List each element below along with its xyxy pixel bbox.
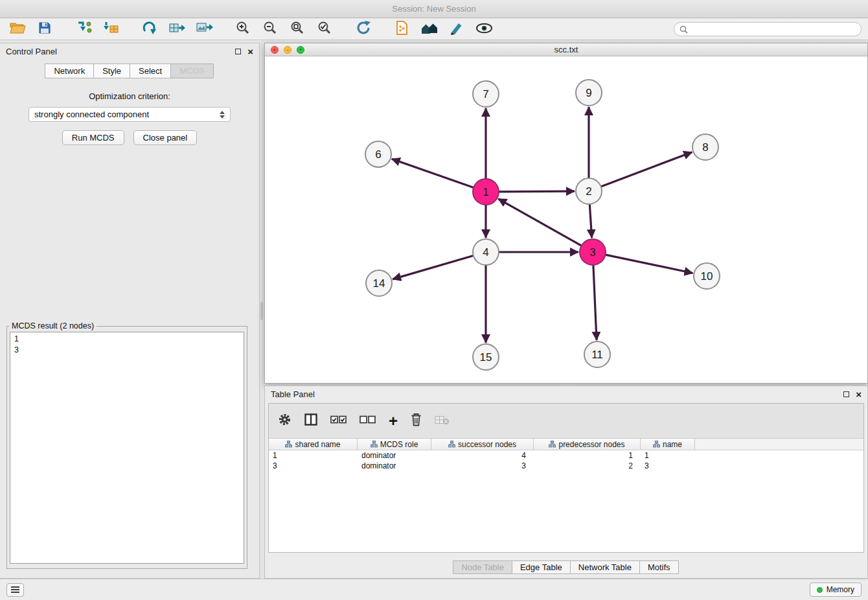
edge-2-3[interactable] (589, 204, 591, 238)
search-box[interactable] (674, 22, 862, 36)
network-canvas[interactable]: 7968124314101511 (265, 56, 867, 383)
memory-label: Memory (827, 585, 854, 594)
cell[interactable]: 2 (534, 461, 641, 471)
graph-node-15[interactable]: 15 (473, 344, 499, 370)
tab-select[interactable]: Select (130, 63, 171, 78)
control-panel-title: Control Panel (6, 47, 57, 56)
delete-table-button-disabled[interactable] (435, 411, 450, 431)
graph-node-4[interactable]: 4 (473, 239, 499, 265)
cell[interactable]: 3 (641, 461, 695, 471)
minimize-window-icon[interactable]: − (284, 46, 291, 54)
column-header-4[interactable]: name (641, 439, 695, 450)
search-input[interactable] (692, 24, 856, 34)
panel-menu-button[interactable] (6, 583, 24, 597)
edge-3-11[interactable] (593, 265, 597, 340)
svg-text:2: 2 (586, 185, 591, 198)
graph-node-3[interactable]: 3 (580, 239, 606, 265)
table-row-1[interactable]: 3dominator323 (269, 461, 863, 471)
zoom-fit-button[interactable] (286, 20, 308, 38)
cell[interactable]: 3 (269, 461, 358, 471)
export-table-button[interactable] (166, 20, 188, 38)
float-panel-icon[interactable] (235, 49, 241, 54)
cell[interactable]: 3 (431, 461, 534, 471)
zoom-out-icon (263, 21, 277, 38)
edge-1-2[interactable] (499, 191, 575, 192)
edge-3-10[interactable] (606, 255, 693, 273)
graph-node-9[interactable]: 9 (576, 80, 602, 106)
cell[interactable]: dominator (358, 461, 431, 471)
edge-2-8[interactable] (601, 152, 692, 187)
column-header-1[interactable]: MCDS role (358, 439, 431, 450)
graph-node-1[interactable]: 1 (473, 179, 499, 205)
close-panel-icon[interactable]: × (247, 47, 253, 56)
select-all-button[interactable] (330, 411, 347, 431)
table-settings-button[interactable] (278, 411, 291, 431)
graph-node-14[interactable]: 14 (366, 270, 392, 296)
tab-network[interactable]: Network (45, 63, 94, 78)
copy-network-button[interactable] (391, 20, 413, 38)
column-header-0[interactable]: shared name (269, 439, 358, 450)
edge-4-14[interactable] (393, 256, 474, 279)
tab-mcds[interactable]: MCDS (170, 63, 213, 78)
memory-button[interactable]: Memory (810, 583, 862, 597)
graph-node-8[interactable]: 8 (692, 134, 718, 160)
graph-node-11[interactable]: 11 (584, 341, 610, 367)
deselect-all-button[interactable] (360, 411, 376, 431)
network-window-titlebar[interactable]: scc.txt × − + (265, 43, 867, 56)
cell[interactable]: 1 (269, 450, 358, 461)
criterion-select[interactable]: strongly connected component (29, 107, 231, 122)
tab-style[interactable]: Style (93, 63, 130, 78)
column-edit-icon[interactable] (371, 441, 378, 448)
zoom-in-button[interactable] (232, 20, 254, 38)
column-label: predecessor nodes (558, 440, 624, 449)
zoom-window-icon[interactable]: + (297, 46, 304, 54)
edge-3-1[interactable] (498, 199, 581, 246)
graph-node-7[interactable]: 7 (473, 81, 499, 107)
float-table-panel-icon[interactable] (843, 391, 849, 397)
column-header-2[interactable]: successor nodes (431, 439, 534, 450)
first-neighbors-button[interactable] (139, 20, 161, 38)
graph-node-2[interactable]: 2 (576, 178, 602, 204)
column-edit-icon[interactable] (285, 441, 292, 448)
close-panel-button[interactable]: Close panel (133, 130, 198, 145)
cell[interactable]: 1 (641, 450, 695, 461)
cell[interactable]: dominator (358, 450, 431, 461)
document-network-icon (395, 20, 409, 38)
cell[interactable]: 4 (431, 450, 534, 461)
edge-1-6[interactable] (392, 159, 474, 187)
criterion-selected-value: strongly connected component (34, 110, 149, 119)
zoom-selected-button[interactable] (314, 20, 336, 38)
import-table-button[interactable] (100, 20, 122, 38)
run-mcds-button[interactable]: Run MCDS (62, 130, 124, 145)
svg-text:14: 14 (373, 277, 385, 290)
tab-motifs[interactable]: Motifs (639, 560, 679, 574)
graph-node-10[interactable]: 10 (694, 263, 720, 289)
export-image-button[interactable] (193, 20, 215, 38)
column-edit-icon[interactable] (448, 441, 455, 448)
cell[interactable]: 1 (534, 450, 641, 461)
delete-column-button[interactable] (411, 411, 422, 431)
table-panel: Table Panel × (264, 386, 868, 579)
import-network-button[interactable] (73, 20, 95, 38)
show-graphics-details-button[interactable] (473, 20, 495, 38)
graph-node-6[interactable]: 6 (365, 141, 391, 167)
tab-node-table[interactable]: Node Table (453, 560, 512, 574)
tab-edge-table[interactable]: Edge Table (512, 560, 571, 574)
show-column-panel-button[interactable] (304, 411, 317, 431)
save-session-button[interactable] (34, 20, 56, 38)
mcds-result-list[interactable]: 1 3 (10, 332, 244, 564)
close-window-icon[interactable]: × (271, 46, 279, 54)
zoom-out-button[interactable] (259, 20, 281, 38)
open-session-button[interactable] (6, 20, 29, 38)
add-column-button[interactable]: + (389, 411, 398, 431)
close-table-panel-icon[interactable]: × (856, 389, 862, 399)
column-edit-icon[interactable] (653, 441, 660, 448)
column-edit-icon[interactable] (549, 441, 556, 448)
tab-network-table[interactable]: Network Table (570, 560, 640, 574)
main-toolbar (0, 19, 868, 40)
column-header-3[interactable]: predecessor nodes (534, 439, 641, 450)
table-row-0[interactable]: 1dominator411 (269, 450, 863, 461)
apply-style-button[interactable] (446, 20, 468, 38)
apply-layout-button[interactable] (352, 20, 374, 38)
ndex-button[interactable] (418, 20, 440, 38)
